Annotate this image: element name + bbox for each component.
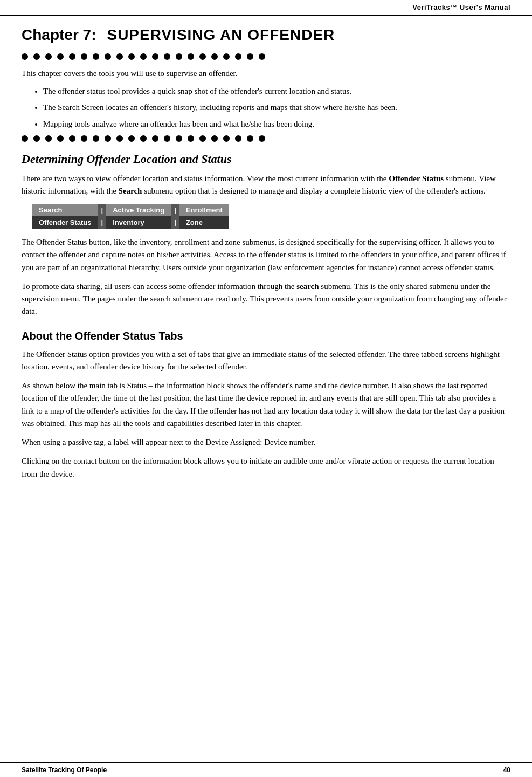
menu-active-tracking: Active Tracking [106, 204, 171, 216]
decorative-dot [105, 53, 111, 60]
decorative-dot [164, 135, 170, 142]
bullet-list: The offender status tool provides a quic… [43, 85, 510, 130]
section2-paragraph1: The Offender Status option provides you … [22, 348, 510, 374]
section1-heading: Determining Offender Location and Status [22, 152, 510, 167]
decorative-dot [188, 53, 194, 60]
decorative-dot [164, 53, 170, 60]
list-item: Mapping tools analyze where an offender … [43, 118, 510, 130]
intro-paragraph: This chapter covers the tools you will u… [22, 67, 510, 80]
menu-inventory: Inventory [106, 216, 171, 229]
decorative-dot [116, 135, 123, 142]
section1-paragraph3: To promote data sharing, all users can a… [22, 280, 510, 318]
menu-sep1-top: | [98, 204, 107, 216]
decorative-dot [223, 135, 230, 142]
section2-paragraph3: When using a passive tag, a label will a… [22, 436, 510, 449]
decorative-dot [211, 135, 218, 142]
menu-table: Search | Active Tracking | Enrollment Of… [32, 204, 229, 229]
decorative-dot [223, 53, 230, 60]
decorative-dot [93, 53, 99, 60]
main-content: Chapter 7: SUPERVISING AN OFFENDER This … [0, 16, 532, 762]
page-footer: Satellite Tracking Of People 40 [0, 762, 532, 777]
decorative-dot [128, 135, 135, 142]
decorative-dot [140, 53, 147, 60]
decorative-dot [188, 135, 194, 142]
menu-offender-status: Offender Status [32, 216, 98, 229]
decorative-dot [81, 53, 87, 60]
chapter-heading: Chapter 7: SUPERVISING AN OFFENDER [22, 26, 510, 44]
decorative-dot [81, 135, 87, 142]
decorative-dot [22, 53, 28, 60]
decorative-dot [211, 53, 218, 60]
decorative-dot [235, 53, 241, 60]
menu-sep1-bottom: | [98, 216, 107, 229]
page-header: VeriTracks™ User's Manual [0, 0, 532, 16]
footer-page-number: 40 [503, 766, 510, 774]
footer-left: Satellite Tracking Of People [22, 766, 107, 774]
header-title: VeriTracks™ User's Manual [412, 3, 510, 11]
decorative-dot [176, 135, 182, 142]
dots-row-top [22, 53, 510, 60]
list-item: The Search Screen locates an offender's … [43, 101, 510, 114]
menu-table-container: Search | Active Tracking | Enrollment Of… [32, 204, 510, 229]
decorative-dot [247, 53, 253, 60]
decorative-dot [57, 53, 64, 60]
decorative-dot [93, 135, 99, 142]
decorative-dot [69, 53, 75, 60]
chapter-title: SUPERVISING AN OFFENDER [107, 26, 335, 44]
decorative-dot [33, 135, 40, 142]
decorative-dot [105, 135, 111, 142]
decorative-dot [128, 53, 135, 60]
dots-row-bottom [22, 135, 510, 142]
decorative-dot [176, 53, 182, 60]
decorative-dot [247, 135, 253, 142]
list-item: The offender status tool provides a quic… [43, 85, 510, 98]
section2-paragraph4: Clicking on the contact button on the in… [22, 455, 510, 480]
menu-search: Search [32, 204, 98, 216]
decorative-dot [57, 135, 64, 142]
menu-sep2-top: | [171, 204, 179, 216]
page-container: VeriTracks™ User's Manual Chapter 7: SUP… [0, 0, 532, 777]
section1-paragraph2: The Offender Status button, like the inv… [22, 236, 510, 274]
menu-sep2-bottom: | [171, 216, 179, 229]
decorative-dot [45, 135, 52, 142]
decorative-dot [152, 53, 158, 60]
decorative-dot [140, 135, 147, 142]
decorative-dot [259, 53, 265, 60]
decorative-dot [45, 53, 52, 60]
decorative-dot [199, 135, 206, 142]
section2-paragraph2: As shown below the main tab is Status – … [22, 380, 510, 430]
decorative-dot [116, 53, 123, 60]
menu-enrollment: Enrollment [179, 204, 229, 216]
section1-paragraph1: There are two ways to view offender loca… [22, 173, 510, 198]
decorative-dot [22, 135, 28, 142]
decorative-dot [152, 135, 158, 142]
menu-zone: Zone [179, 216, 229, 229]
decorative-dot [259, 135, 265, 142]
decorative-dot [199, 53, 206, 60]
decorative-dot [235, 135, 241, 142]
chapter-label: Chapter 7: [22, 26, 96, 44]
decorative-dot [69, 135, 75, 142]
decorative-dot [33, 53, 40, 60]
section2-heading: About the Offender Status Tabs [22, 329, 510, 343]
